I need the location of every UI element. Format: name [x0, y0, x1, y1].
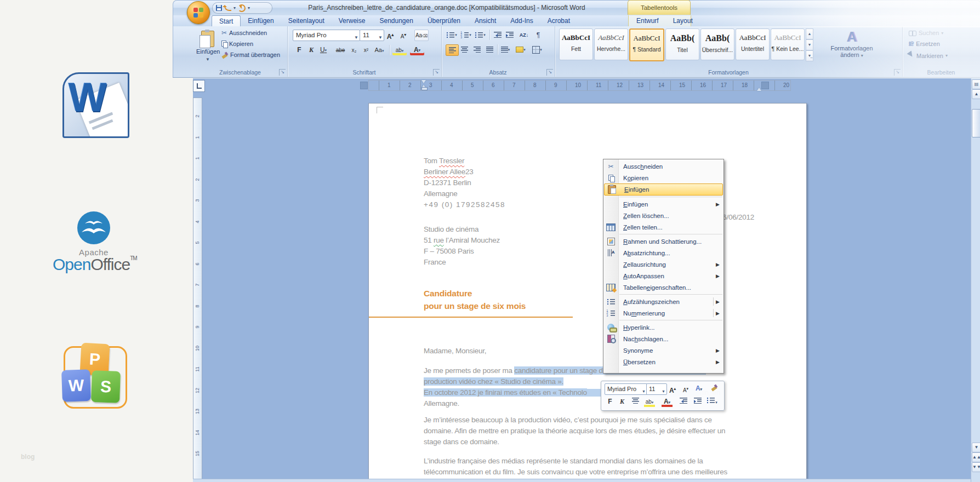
mini-align-center-button[interactable]	[630, 397, 641, 407]
select-button[interactable]: Markieren ▾	[909, 51, 948, 60]
mini-decrease-indent-button[interactable]	[678, 397, 689, 407]
justify-button[interactable]	[483, 44, 495, 55]
menu-item-einfuegen[interactable]: Einfügen	[604, 183, 723, 196]
align-right-button[interactable]	[471, 44, 483, 55]
copy-button[interactable]: Kopieren	[221, 41, 253, 47]
styles-scroll-up-icon[interactable]: ▲	[806, 28, 813, 39]
tab-ansicht[interactable]: Ansicht	[468, 15, 503, 26]
vertical-ruler[interactable]: 21123456789101112131415	[193, 97, 202, 480]
multilevel-list-button[interactable]: ▾	[474, 30, 486, 40]
style-card-fett[interactable]: AaBbCcI Fett	[559, 28, 593, 60]
menu-item-absatzrichtung[interactable]: Absatzrichtung...	[603, 247, 723, 259]
subscript-button[interactable]: x₂	[349, 45, 360, 55]
styles-scroll-down-icon[interactable]: ▼	[806, 39, 813, 50]
mini-font-name-combo[interactable]: Myriad Pro ▼	[605, 383, 647, 395]
mini-styles-button[interactable]: A▾	[693, 383, 704, 394]
change-case-button[interactable]: Aa▾	[374, 45, 385, 55]
qat-customize-icon[interactable]: ▾	[248, 5, 250, 10]
paste-button[interactable]: Einfügen ▼	[196, 28, 220, 70]
mini-italic-button[interactable]: K	[617, 397, 628, 407]
menu-item-synonyme[interactable]: Synonyme ▶	[603, 345, 723, 356]
clear-formatting-button[interactable]: Aa⌫	[414, 30, 429, 41]
mini-font-size-dropdown-icon[interactable]: ▼	[662, 387, 665, 397]
replace-button[interactable]: abac Ersetzen	[909, 41, 940, 47]
menu-item-autoanpassen[interactable]: AutoAnpassen ▶	[603, 270, 723, 282]
clipboard-dialog-launcher[interactable]: ↘	[279, 69, 286, 76]
menu-item-hyperlink[interactable]: Hyperlink...	[603, 322, 723, 333]
line-spacing-button[interactable]: ▾	[499, 44, 511, 55]
style-card-hervorhebung[interactable]: AaBbCcI Hervorhe...	[594, 28, 628, 60]
menu-item-zellen-teilen[interactable]: Zellen teilen...	[603, 221, 723, 233]
menu-item-einfuegen-submenu[interactable]: Einfügen ▶	[603, 198, 723, 210]
align-center-button[interactable]	[458, 44, 470, 55]
underline-button[interactable]: U▾	[318, 45, 329, 55]
tab-layout[interactable]: Layout	[666, 15, 700, 26]
undo-icon[interactable]	[224, 5, 231, 11]
indent-markers[interactable]	[421, 80, 426, 90]
numbering-button[interactable]: ▾	[460, 30, 472, 40]
tab-entwurf[interactable]: Entwurf	[629, 15, 666, 26]
horizontal-ruler[interactable]: 1234567891011121314151617181920	[368, 80, 791, 91]
mini-font-name-dropdown-icon[interactable]: ▼	[642, 387, 646, 397]
vertical-scrollbar[interactable]: ▤ ▲ ▼ ▲▲ ▼▼	[971, 78, 980, 482]
previous-page-icon[interactable]: ▲▲	[972, 452, 980, 462]
font-name-dropdown-icon[interactable]: ▼	[354, 33, 358, 43]
menu-item-kopieren[interactable]: Kopieren	[603, 172, 723, 183]
grow-font-button[interactable]: A▴	[385, 30, 396, 40]
font-name-combo[interactable]: Myriad Pro ▼	[293, 30, 360, 41]
tab-sendungen[interactable]: Sendungen	[372, 15, 420, 26]
menu-item-ausschneiden[interactable]: ✂ Ausschneiden	[603, 160, 723, 172]
menu-item-zellausrichtung[interactable]: Zellausrichtung ▶	[603, 259, 723, 270]
undo-dropdown-icon[interactable]: ▾	[233, 5, 236, 10]
sort-button[interactable]: AZ↓	[518, 30, 530, 40]
mini-format-painter-button[interactable]	[709, 383, 720, 394]
increase-indent-button[interactable]	[504, 30, 516, 40]
bullets-button[interactable]: ▾	[446, 30, 458, 40]
strikethrough-button[interactable]: abe	[333, 45, 347, 55]
mini-shrink-font-button[interactable]: A▾	[680, 383, 691, 394]
style-card-titel[interactable]: AaBb( Titel	[665, 28, 699, 60]
mini-font-size-combo[interactable]: 11 ▼	[646, 383, 667, 395]
mini-bullets-button[interactable]: ▾	[706, 397, 717, 407]
tab-acrobat[interactable]: Acrobat	[540, 15, 577, 26]
paste-dropdown-icon[interactable]: ▼	[196, 57, 219, 62]
tab-ueberpruefen[interactable]: Überprüfen	[420, 15, 468, 26]
menu-item-nummerierung[interactable]: Nummerierung ▶	[603, 307, 723, 319]
menu-item-tabelleneigenschaften[interactable]: Tabelleneigenschaften...	[603, 282, 723, 293]
document-page[interactable]: Tom Tressler Berliner Allee23 D-12371 Be…	[368, 103, 807, 480]
styles-dialog-launcher[interactable]: ↘	[894, 69, 901, 76]
style-card-untertitel[interactable]: AaBbCcI Untertitel	[736, 28, 770, 60]
mini-font-color-button[interactable]: A▾	[662, 397, 673, 407]
scrollbar-thumb[interactable]	[972, 109, 980, 137]
paragraph-dialog-launcher[interactable]: ↘	[546, 69, 553, 76]
change-styles-button[interactable]: A Formatvorlagen ändern ▾	[817, 28, 887, 69]
tab-seitenlayout[interactable]: Seitenlayout	[281, 15, 332, 26]
find-button[interactable]: Suchen ▾	[909, 30, 943, 36]
scroll-down-icon[interactable]: ▼	[972, 443, 980, 452]
menu-item-rahmen-schattierung[interactable]: Rahmen und Schattierung...	[603, 236, 723, 247]
mini-increase-indent-button[interactable]	[692, 397, 703, 407]
align-left-button[interactable]	[446, 44, 459, 56]
left-indent-icon[interactable]	[421, 87, 428, 90]
mini-grow-font-button[interactable]: A▴	[667, 383, 678, 394]
right-indent-icon[interactable]	[757, 85, 761, 91]
tab-addins[interactable]: Add-Ins	[503, 15, 540, 26]
mini-bold-button[interactable]: F	[605, 397, 616, 407]
italic-button[interactable]: K	[306, 45, 317, 55]
style-card-ueberschrift[interactable]: AaBb( Überschrif...	[700, 28, 734, 60]
bold-button[interactable]: F	[294, 45, 305, 55]
menu-item-uebersetzen[interactable]: Übersetzen ▶	[603, 356, 723, 368]
next-page-icon[interactable]: ▼▼	[972, 462, 980, 472]
office-button[interactable]	[187, 1, 210, 24]
tab-selector-button[interactable]	[193, 80, 205, 92]
show-marks-button[interactable]: ¶	[532, 30, 544, 40]
cut-button[interactable]: ✂ Ausschneiden	[221, 30, 267, 36]
menu-item-nachschlagen[interactable]: Nachschlagen...	[603, 333, 723, 345]
tab-einfuegen[interactable]: Einfügen	[241, 15, 281, 26]
table-column-marker-icon[interactable]	[761, 82, 769, 89]
table-column-marker-icon[interactable]	[360, 82, 368, 89]
menu-item-zellen-loeschen[interactable]: Zellen löschen...	[603, 210, 723, 221]
style-card-kein-leerraum[interactable]: AaBbCcI ¶ Kein Lee...	[771, 28, 805, 60]
font-color-button[interactable]: A▾	[410, 45, 424, 55]
horizontal-scrollbar[interactable]	[193, 479, 971, 482]
